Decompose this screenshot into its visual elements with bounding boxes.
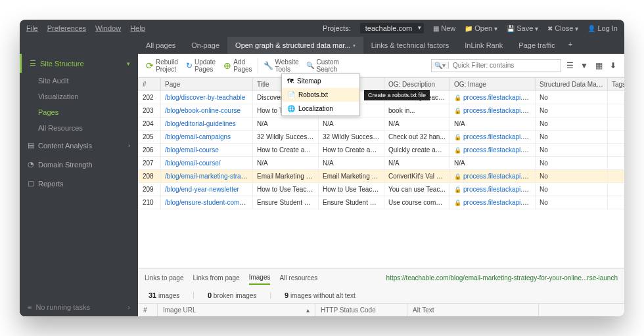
sub-col-header[interactable]: HTTP Status Code: [315, 304, 407, 316]
subtab-links-to[interactable]: Links to page: [145, 272, 184, 284]
rebuild-project-button[interactable]: ⟳Rebuild Project: [143, 57, 181, 74]
menubar: File Preferences Window Help Projects: t…: [20, 20, 624, 37]
plus-icon: ⊕: [223, 60, 231, 71]
tab-inlink-rank[interactable]: InLink Rank: [457, 37, 511, 54]
tab-page-traffic[interactable]: Page traffic: [511, 37, 563, 54]
data-table: #PageTitleOG: DescriptionOG: ImageStruct…: [138, 77, 624, 268]
subtab-links-from[interactable]: Links from page: [193, 272, 240, 284]
menu-window[interactable]: Window: [95, 24, 121, 32]
close-icon: ✖: [547, 25, 553, 32]
table-row[interactable]: 203/blog/ebook-online-courseHow to Turn …: [139, 104, 625, 117]
structure-icon: ☰: [30, 59, 36, 68]
search-icon: 🔍: [306, 62, 314, 69]
menu-help[interactable]: Help: [130, 24, 145, 32]
quick-filter[interactable]: 🔍▾: [431, 59, 561, 72]
file-icon: ▦: [433, 25, 439, 32]
table-row[interactable]: 206/blog/email-courseHow to Create an ..…: [139, 144, 625, 157]
search-icon: 🔍▾: [432, 62, 449, 69]
chevron-down-icon: ▾: [494, 25, 497, 32]
download-icon[interactable]: ⬇: [607, 60, 619, 72]
refresh-icon: ↻: [186, 61, 193, 70]
sidebar-reports[interactable]: ▢Reports: [20, 174, 138, 193]
sidebar: ☰Site Structure▾ Site Audit Visualizatio…: [20, 54, 138, 316]
table-row[interactable]: 210/blog/ensure-student-compreEnsure Stu…: [139, 196, 625, 209]
open-button[interactable]: 📁Open▾: [465, 24, 497, 32]
sidebar-site-structure[interactable]: ☰Site Structure▾: [20, 54, 138, 73]
stat: 0 broken images: [208, 291, 257, 299]
chevron-down-icon: ▾: [575, 25, 578, 32]
sidebar-content-analysis[interactable]: ▤Content Analysis›: [20, 136, 138, 155]
globe-icon: 🌐: [287, 105, 295, 112]
rebuild-icon: ⟳: [146, 60, 154, 71]
report-icon: ▢: [28, 179, 34, 188]
dropdown-robots[interactable]: 📄Robots.txt: [282, 88, 359, 102]
col-header[interactable]: OG: Image: [450, 78, 536, 91]
project-select[interactable]: teachable.com: [360, 23, 425, 33]
tab-open-graph[interactable]: Open graph & structured data mar... ▾: [227, 37, 363, 54]
table-row[interactable]: 207/blog/email-course/N/AN/AN/AN/ANo: [139, 157, 625, 170]
tab-all-pages[interactable]: All pages: [138, 37, 183, 54]
chevron-right-icon: ›: [128, 142, 130, 149]
sidebar-all-resources[interactable]: All Resources: [20, 120, 138, 136]
add-pages-button[interactable]: ⊕Add Pages: [221, 57, 254, 74]
table-row[interactable]: 205/blog/email-campaigns32 Wildly Succes…: [139, 131, 625, 144]
filter-input[interactable]: [449, 62, 561, 69]
col-header[interactable]: #: [139, 78, 161, 91]
projects-label: Projects:: [323, 24, 351, 32]
save-icon: 💾: [507, 25, 515, 32]
sub-col-header[interactable]: Alt Text: [407, 304, 539, 316]
website-tools-button[interactable]: 🔧Website Tools: [261, 57, 302, 74]
stat: 31 images: [149, 291, 179, 299]
table-row[interactable]: 208/blog/email-marketing-strategEmail Ma…: [139, 170, 625, 183]
doc-icon: ▤: [28, 141, 34, 150]
filter-icon[interactable]: ▼: [578, 60, 590, 72]
sidebar-domain-strength[interactable]: ◔Domain Strength: [20, 155, 138, 174]
wrench-icon: 🔧: [264, 61, 273, 70]
sitemap-icon: 🗺: [287, 77, 294, 85]
sidebar-pages[interactable]: Pages: [20, 104, 138, 120]
sub-col-header[interactable]: #: [138, 304, 158, 316]
login-button[interactable]: 👤Log In: [587, 24, 618, 32]
menu-file[interactable]: File: [26, 24, 38, 32]
tasks-icon: ≡: [28, 303, 32, 311]
user-icon: 👤: [587, 25, 595, 32]
status-bar: ≡No running tasks›: [20, 298, 138, 316]
col-header[interactable]: OG: Description: [384, 78, 450, 91]
tooltip: Create a robots.txt file: [364, 90, 430, 100]
grid-view-icon[interactable]: ▦: [593, 60, 605, 72]
menu-left: File Preferences Window Help: [26, 24, 145, 32]
chevron-right-icon: ›: [127, 303, 130, 311]
robots-icon: 📄: [287, 91, 295, 98]
content: ⟳Rebuild Project ↻Update Pages ⊕Add Page…: [138, 54, 624, 316]
dropdown-sitemap[interactable]: 🗺Sitemap: [282, 74, 359, 88]
menu-preferences[interactable]: Preferences: [47, 24, 86, 32]
tab-links-technical[interactable]: Links & technical factors: [363, 37, 457, 54]
detail-url: https://teachable.com/blog/email-marketi…: [386, 274, 618, 282]
folder-icon: 📁: [465, 25, 472, 32]
tab-on-page[interactable]: On-page: [183, 37, 227, 54]
update-pages-button[interactable]: ↻Update Pages: [183, 57, 218, 74]
save-button[interactable]: 💾Save▾: [507, 24, 538, 32]
gauge-icon: ◔: [28, 160, 34, 169]
col-header[interactable]: Tags ▾: [608, 78, 625, 91]
chevron-down-icon: ▾: [353, 43, 356, 49]
table-row[interactable]: 209/blog/end-year-newsletterHow to Use T…: [139, 183, 625, 196]
detail-panel: Links to page Links from page Images All…: [138, 268, 624, 316]
sidebar-site-audit[interactable]: Site Audit: [20, 73, 138, 89]
custom-search-button[interactable]: 🔍Custom Search: [304, 57, 341, 74]
col-header[interactable]: Structured Data Mark...: [536, 78, 608, 91]
new-button[interactable]: ▦New: [433, 24, 455, 32]
sub-col-header[interactable]: Image URL ▴: [158, 304, 315, 316]
toolbar: ⟳Rebuild Project ↻Update Pages ⊕Add Page…: [138, 54, 624, 77]
stat: 9 images without alt text: [285, 291, 356, 299]
table-row[interactable]: 204/blog/editorial-guidelinesN/AN/AN/AN/…: [139, 117, 625, 131]
subtab-images[interactable]: Images: [249, 271, 271, 285]
add-tab-button[interactable]: +: [563, 37, 578, 54]
chevron-down-icon: ▾: [127, 60, 130, 67]
sidebar-visualization[interactable]: Visualization: [20, 89, 138, 104]
dropdown-localization[interactable]: 🌐Localization: [282, 102, 359, 116]
col-header[interactable]: Page: [161, 78, 253, 91]
close-button[interactable]: ✖Close▾: [547, 24, 578, 32]
subtab-all-resources[interactable]: All resources: [279, 272, 317, 284]
list-view-icon[interactable]: ☰: [564, 60, 576, 72]
